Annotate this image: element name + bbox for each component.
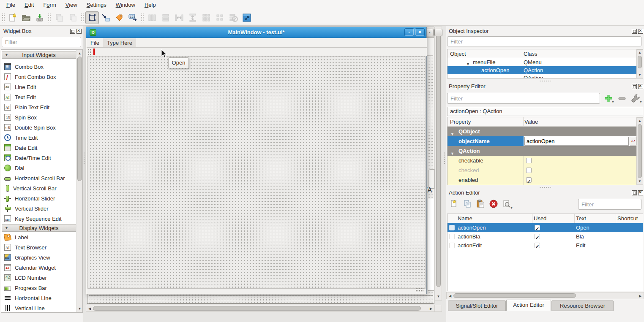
designer-form-window[interactable]: D MainWindow - test.ui* - × File Type He… [86,27,427,294]
scroll-down-icon[interactable]: ▼ [435,295,442,298]
used-checkbox[interactable] [535,225,540,230]
layout-vertical-splitter-icon[interactable] [186,11,199,24]
scroll-up-icon[interactable]: ▲ [77,51,82,55]
form-menu-file[interactable]: File [87,38,103,47]
new-form-icon[interactable] [6,11,19,24]
dock-splitter-left[interactable] [83,152,85,164]
adjust-size-icon[interactable] [240,11,254,24]
float-panel-icon[interactable] [632,29,637,34]
inspector-scrollbar[interactable]: ▲ ▼ [636,49,643,78]
scrollbar-thumb[interactable] [638,124,642,178]
minimize-button[interactable]: - [404,28,414,36]
configure-property-editor-icon[interactable]: ▼ [630,93,641,103]
form-canvas[interactable] [87,56,426,289]
section-display-widgets[interactable]: ▼ Display Widgets [2,224,76,232]
checked-checkbox[interactable] [526,168,532,173]
open-form-icon[interactable] [19,11,33,24]
widget-item-horizontal-slider[interactable]: Horizontal Slider [2,193,76,203]
widget-item-horizontal-scroll-bar[interactable]: Horizontal Scroll Bar [2,173,76,183]
layout-vertically-icon[interactable] [159,11,172,24]
new-action-icon[interactable] [449,198,460,209]
paste-action-icon[interactable] [475,198,486,209]
menu-edit[interactable]: Edit [20,0,38,10]
widget-item-text-edit[interactable]: Text Edit [2,92,76,102]
column-used[interactable]: Used [534,214,546,223]
widget-item-line-edit[interactable]: Line Edit [2,82,76,92]
widget-item-label[interactable]: Label [2,232,76,242]
used-checkbox[interactable] [535,234,540,239]
dock-horizontal-scrollbar[interactable]: ◀ ▶ [446,292,644,299]
widget-item-calendar-widget[interactable]: Calendar Widget [2,262,76,273]
action-row-actionopen[interactable]: actionOpen Open [448,223,643,232]
widget-box-scrollbar[interactable]: ▲ ▼ [76,50,83,312]
section-input-widgets[interactable]: ▼ Input Widgets [2,51,76,59]
break-layout-icon[interactable] [226,11,240,24]
scrollbar-thumb[interactable] [453,293,576,298]
property-editor-filter-input[interactable] [447,93,600,104]
menu-form[interactable]: Form [38,0,60,10]
action-editor-filter-input[interactable] [578,199,641,210]
inspector-row-clipped[interactable]: QAction [448,74,643,78]
widget-item-text-browser[interactable]: Text Browser [2,242,76,252]
scroll-right-icon[interactable]: ▶ [639,294,642,298]
dock-splitter-right[interactable] [444,152,445,164]
edit-widgets-icon[interactable] [85,11,99,24]
table-header[interactable]: Name Used Text Shortcut [448,214,643,223]
widget-item-vertical-line[interactable]: Vertical Line [2,303,76,313]
widget-box-filter-input[interactable] [2,37,81,47]
layout-form-icon[interactable] [213,11,226,24]
table-header[interactable]: Property Value [448,117,643,127]
scrollbar-thumb[interactable] [638,56,642,68]
widget-item-vertical-scroll-bar[interactable]: Vertical Scroll Bar [2,183,76,193]
window-titlebar[interactable]: D MainWindow - test.ui* - × [86,27,426,38]
panel-splitter-handle[interactable] [539,80,551,82]
property-group-qaction[interactable]: ▼ QAction [448,146,643,156]
tab-action-editor[interactable]: Action Editor [506,300,551,311]
dragged-action-item[interactable]: Open [168,57,189,68]
property-row-enabled[interactable]: enabled [448,175,643,185]
save-form-icon[interactable] [33,11,46,24]
scroll-up-icon[interactable]: ▲ [637,119,643,123]
layout-grid-icon[interactable] [199,11,213,24]
widget-item-date-time-edit[interactable]: Date/Time Edit [2,153,76,163]
widget-item-combo-box[interactable]: Combo Box [2,62,76,72]
tab-resource-browser[interactable]: Resource Browser [551,300,614,311]
property-row-checked[interactable]: checked [448,165,643,175]
copy-icon[interactable] [52,11,66,24]
inspector-row-actionopen[interactable]: actionOpen QAction [448,66,643,74]
configure-action-view-icon[interactable]: ▼ [501,198,512,209]
property-scrollbar[interactable]: ▲ ▼ [636,117,643,185]
window-resize-grip[interactable] [415,288,424,292]
scroll-down-icon[interactable]: ▼ [637,179,643,183]
float-panel-icon[interactable] [632,84,637,89]
object-inspector-filter-input[interactable] [447,36,641,46]
delete-action-icon[interactable] [488,198,499,209]
checkable-checkbox[interactable] [526,158,532,163]
form-toolbar[interactable] [87,48,427,56]
menu-help[interactable]: Help [140,0,161,10]
objectname-value-input[interactable] [524,137,629,146]
widget-item-lcd-number[interactable]: LCD Number [2,273,76,283]
widget-item-plain-text-edit[interactable]: Plain Text Edit [2,102,76,112]
close-panel-icon[interactable] [638,29,643,34]
menu-settings[interactable]: Settings [82,0,111,10]
layout-horizontal-splitter-icon[interactable] [172,11,186,24]
scrollbar-thumb[interactable] [77,57,82,181]
toolbar-grip[interactable] [2,13,5,22]
close-button[interactable]: × [415,28,425,36]
widget-item-font-combo-box[interactable]: Font Combo Box [2,72,76,82]
form-menu-type-here[interactable]: Type Here [103,38,136,47]
layout-horizontally-icon[interactable] [145,11,159,24]
edit-buddies-icon[interactable] [112,11,126,24]
action-row-actionbla[interactable]: actionBla Bla [448,232,643,241]
remove-dynamic-property-icon[interactable] [617,93,627,103]
property-name-cell-selected[interactable]: objectName [448,136,524,146]
action-row-actionedit[interactable]: actionEdit Edit [448,241,643,250]
close-panel-icon[interactable] [638,190,643,195]
column-property[interactable]: Property [450,117,471,127]
property-row-checkable[interactable]: checkable [448,156,643,165]
widget-item-dial[interactable]: Dial [2,163,76,173]
menu-file[interactable]: File [2,0,20,10]
widget-item-vertical-slider[interactable]: Vertical Slider [2,203,76,214]
table-header[interactable]: Object Class [448,49,643,58]
